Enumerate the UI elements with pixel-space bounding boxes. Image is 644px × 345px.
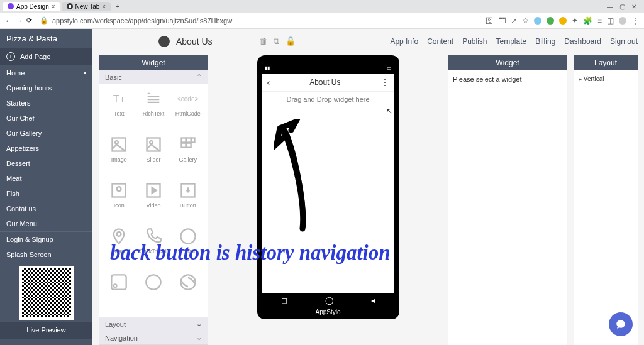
chat-widget-button[interactable] <box>609 312 633 336</box>
widget-rssfeed[interactable]: RssFeed <box>103 271 136 314</box>
nav-sign-out[interactable]: Sign out <box>610 37 638 46</box>
extensions-menu-icon[interactable]: ✦ <box>572 16 578 25</box>
widget-grid[interactable]: TᴛText RichText <code>HtmlCode Image Sli… <box>99 84 208 317</box>
nav-content[interactable]: Content <box>427 37 453 46</box>
widget-properties-header: Widget <box>448 55 567 70</box>
puzzle-icon[interactable]: 🧩 <box>583 16 592 25</box>
nav-template[interactable]: Template <box>496 37 527 46</box>
accordion-basic[interactable]: Basic ⌃ <box>99 70 208 84</box>
window-minimize-icon[interactable]: — <box>607 3 613 10</box>
widget-richtext[interactable]: RichText <box>137 88 170 130</box>
url-input[interactable]: appstylo.com/workspace/app/design/uajtzn… <box>52 17 482 25</box>
sidebar-item-our-gallery[interactable]: Our Gallery <box>0 126 92 141</box>
rss-icon <box>108 271 130 293</box>
phone-icon <box>143 226 164 247</box>
new-tab-button[interactable]: + <box>112 3 123 10</box>
layout-item-vertical[interactable]: Vertical <box>579 75 604 82</box>
sidebar-item-starters[interactable]: Starters <box>0 96 92 111</box>
qr-code <box>19 266 74 320</box>
side-panel-icon[interactable]: ◫ <box>607 16 614 25</box>
widget-clicktocall[interactable]: ClickToCall <box>137 226 170 268</box>
sidebar-item-login-signup[interactable]: Login & Signup <box>0 232 92 247</box>
nav-forward-icon[interactable]: → <box>16 17 23 25</box>
sidebar-item-fish[interactable]: Fish <box>0 186 92 201</box>
battery-icon: ▭ <box>387 65 392 71</box>
add-page-button[interactable]: + Add Page <box>0 48 92 65</box>
nav-billing[interactable]: Billing <box>535 37 555 46</box>
phone-nav-recent-icon[interactable]: ◂ <box>371 296 375 305</box>
nav-publish[interactable]: Publish <box>462 37 487 46</box>
sidebar-item-opening-hours[interactable]: Opening hours <box>0 80 92 96</box>
phone-nav-back-icon[interactable]: ◻ <box>281 296 287 305</box>
widget-slider[interactable]: Slider <box>137 134 170 176</box>
accordion-layout-label: Layout <box>105 320 126 328</box>
widget-icon[interactable]: Icon <box>103 180 136 222</box>
extension-icon[interactable] <box>547 17 554 25</box>
svg-rect-5 <box>186 138 191 143</box>
toolbar-icons: ⚿ 🗔 ↗ ☆ ✦ 🧩 ≡ ◫ ⋮ <box>486 16 639 25</box>
sidebar-item-our-chef[interactable]: Our Chef <box>0 111 92 126</box>
svg-point-10 <box>117 187 121 191</box>
phone-nav-home-icon[interactable]: ◯ <box>325 296 333 305</box>
window-close-icon[interactable]: ✕ <box>631 3 636 10</box>
accordion-navigation[interactable]: Navigation ⌄ <box>99 331 208 345</box>
sidebar-item-home[interactable]: Home <box>0 65 92 80</box>
phone-kebab-icon[interactable]: ⋮ <box>380 77 389 87</box>
widget-text[interactable]: TᴛText <box>103 88 136 130</box>
sidebar-item-dessert[interactable]: Dessert <box>0 156 92 171</box>
svg-point-13 <box>117 232 121 236</box>
unlock-icon[interactable]: 🔓 <box>286 36 296 47</box>
tab-close-icon[interactable]: × <box>52 3 55 10</box>
window-maximize-icon[interactable]: ▢ <box>619 3 625 10</box>
widget-email[interactable]: Email <box>171 226 204 268</box>
live-preview-button[interactable]: Live Preview <box>0 322 92 339</box>
phone-brand-label: AppStylo <box>262 307 394 315</box>
trash-icon[interactable]: 🗑 <box>259 36 267 47</box>
browser-tab-inactive[interactable]: New Tab × <box>62 2 111 11</box>
extension-icon[interactable] <box>534 17 541 25</box>
duplicate-icon[interactable]: ⧉ <box>274 36 279 47</box>
profile-avatar[interactable] <box>619 17 626 25</box>
drop-zone[interactable]: Drag and Drop widget here <box>262 92 394 107</box>
plus-circle-icon: + <box>6 52 15 61</box>
share-icon[interactable]: ↗ <box>511 16 517 25</box>
nav-reload-icon[interactable]: ⟳ <box>26 16 32 25</box>
phone-preview-area: ▮▮▭ ‹ About Us ⋮ Drag and Drop widget he… <box>216 55 440 345</box>
sidebar-item-appetizers[interactable]: Appetizers <box>0 141 92 156</box>
widget-html[interactable] <box>137 271 170 314</box>
widget-map[interactable]: Map <box>103 226 136 268</box>
sidebar-item-splash-screen[interactable]: Splash Screen <box>0 247 92 262</box>
key-icon[interactable]: ⚿ <box>486 16 493 25</box>
star-icon[interactable]: ☆ <box>522 16 529 25</box>
widget-htmlcode[interactable]: <code>HtmlCode <box>171 88 204 130</box>
kebab-menu-icon[interactable]: ⋮ <box>631 16 639 25</box>
sidebar-item-meat[interactable]: Meat <box>0 171 92 186</box>
map-pin-icon <box>108 226 130 247</box>
phone-page-title: About Us <box>270 78 380 87</box>
widget-label: Text <box>114 111 125 117</box>
widget-label: RichText <box>143 111 165 117</box>
widget-label: HtmlCode <box>175 111 201 117</box>
code-icon: <code> <box>177 88 199 109</box>
widget-button[interactable]: Button <box>171 180 204 222</box>
page-icon[interactable] <box>158 36 170 47</box>
text-icon: Tᴛ <box>108 88 130 109</box>
nav-app-info[interactable]: App Info <box>390 37 418 46</box>
nav-back-icon[interactable]: ← <box>5 17 12 25</box>
extension-icon[interactable] <box>559 17 567 25</box>
widget-panel-header: Widget <box>99 55 208 70</box>
reading-list-icon[interactable]: ≡ <box>597 16 602 25</box>
widget-video[interactable]: Video <box>137 180 170 222</box>
nav-dashboard[interactable]: Dashboard <box>564 37 601 46</box>
page-title-input[interactable]: About Us <box>175 35 250 48</box>
translate-icon[interactable]: 🗔 <box>498 16 506 25</box>
widget-image[interactable]: Image <box>103 134 136 176</box>
accordion-basic-label: Basic <box>105 74 122 81</box>
accordion-layout[interactable]: Layout ⌄ <box>99 317 208 331</box>
widget-webview[interactable] <box>171 271 204 314</box>
sidebar-item-contact-us[interactable]: Contat us <box>0 201 92 216</box>
widget-gallery[interactable]: Gallery <box>171 134 204 176</box>
browser-tab-active[interactable]: App Design × <box>3 2 60 11</box>
sidebar-item-our-menu[interactable]: Our Menu <box>0 216 92 231</box>
tab-close-icon[interactable]: × <box>102 3 106 10</box>
